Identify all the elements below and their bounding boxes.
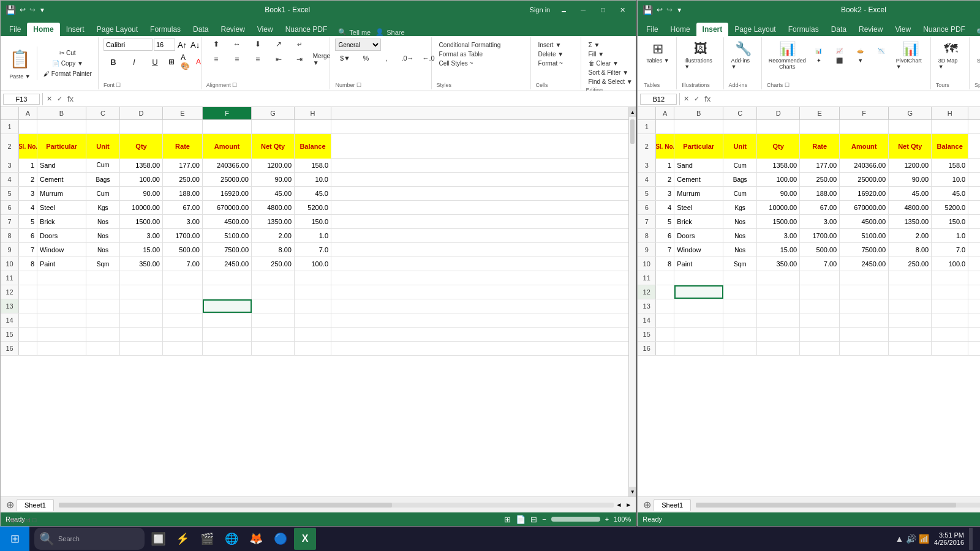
- tab-view-book1[interactable]: View: [251, 23, 279, 36]
- cell-f1-book1[interactable]: [203, 120, 252, 133]
- insert-function-icon[interactable]: fx: [66, 94, 75, 103]
- cell-e5-book1[interactable]: 188.00: [163, 187, 203, 200]
- paste-dropdown-btn[interactable]: Paste ▼: [8, 73, 31, 80]
- illustrations-btn[interactable]: 🖼 Illustrations ▼: [682, 39, 719, 72]
- cell-c6-book1[interactable]: Kgs: [86, 201, 120, 214]
- cell-g8-book1[interactable]: 2.00: [252, 229, 295, 242]
- format-painter-btn[interactable]: 🖌 Format Painter: [41, 69, 94, 78]
- find-select-btn[interactable]: Find & Select ▼: [586, 78, 635, 86]
- cell-b9-book1[interactable]: Window: [37, 243, 86, 257]
- col-header-g-book2[interactable]: G: [889, 107, 932, 119]
- add-sheet-btn-book2[interactable]: ⊕: [640, 498, 654, 512]
- cell-e1-book1[interactable]: [163, 120, 203, 133]
- cell-f9-book1[interactable]: 7500.00: [203, 243, 252, 257]
- bar-chart-btn[interactable]: 📉: [872, 47, 891, 55]
- scroll-left-btn-book1[interactable]: ◄: [614, 501, 624, 508]
- cell-d5-book1[interactable]: 90.00: [120, 187, 163, 200]
- tab-data-book2[interactable]: Data: [825, 23, 853, 36]
- paste-btn[interactable]: 📋: [7, 47, 33, 72]
- cell-f7-book1[interactable]: 4500.00: [203, 215, 252, 228]
- cell-c2-book1[interactable]: Unit: [86, 134, 120, 159]
- font-size-input[interactable]: [154, 39, 175, 51]
- cell-h7-book1[interactable]: 150.0: [295, 215, 331, 228]
- tell-me-book1[interactable]: 🔍Tell me: [338, 28, 371, 36]
- dec-increase-btn[interactable]: .0→: [398, 53, 417, 63]
- cell-a10-book1[interactable]: 8: [19, 257, 37, 271]
- taskbar-search-icon[interactable]: 🔍 Search: [34, 528, 145, 550]
- close-btn[interactable]: ✕: [614, 4, 631, 16]
- undo-icon[interactable]: ↩: [20, 6, 26, 14]
- scroll-track[interactable]: [629, 117, 636, 487]
- area-chart-btn[interactable]: ⬛: [830, 56, 850, 65]
- tab-file-book1[interactable]: File: [3, 23, 27, 36]
- customize-icon[interactable]: ▼: [39, 7, 45, 13]
- tell-me-book2[interactable]: 🔍Tell me: [976, 28, 980, 36]
- underline-btn[interactable]: U: [145, 57, 165, 67]
- tab-insert-book1[interactable]: Insert: [60, 23, 91, 36]
- sheet-tab-1-book1[interactable]: Sheet1: [17, 499, 54, 511]
- tab-pagelayout-book2[interactable]: Page Layout: [728, 23, 782, 36]
- h-scroll-thumb-book1[interactable]: [59, 503, 392, 508]
- cell-g6-book1[interactable]: 4800.00: [252, 201, 295, 214]
- col-header-b-book2[interactable]: B: [674, 107, 723, 119]
- col-header-f-book2[interactable]: F: [840, 107, 889, 119]
- cell-c7-book1[interactable]: Nos: [86, 215, 120, 228]
- cell-c9-book1[interactable]: Nos: [86, 243, 120, 257]
- scatter-chart-btn[interactable]: ✦: [809, 56, 829, 65]
- cell-e10-book1[interactable]: 7.00: [163, 257, 203, 271]
- recommended-charts-btn[interactable]: 📊 RecommendedCharts: [767, 39, 808, 72]
- minimize-btn[interactable]: ─: [575, 4, 592, 16]
- scroll-thumb[interactable]: [630, 119, 635, 144]
- cell-e3-book1[interactable]: 177.00: [163, 159, 203, 172]
- align-left-btn[interactable]: ≡: [206, 54, 226, 65]
- cell-d6-book1[interactable]: 10000.00: [120, 201, 163, 214]
- cell-h10-book1[interactable]: 100.0: [295, 257, 331, 271]
- col-header-f-book1[interactable]: F: [203, 107, 252, 119]
- pie-chart-btn[interactable]: 🥧: [851, 47, 870, 55]
- cell-c5-book1[interactable]: Cum: [86, 187, 120, 200]
- cell-a8-book1[interactable]: 6: [19, 229, 37, 242]
- format-cells-btn[interactable]: Format ~: [536, 59, 567, 67]
- align-center-btn[interactable]: ≡: [227, 54, 247, 65]
- cell-e2-book1[interactable]: Rate: [163, 134, 203, 159]
- cell-f3-book1[interactable]: 240366.00: [203, 159, 252, 172]
- add-sheet-btn-book1[interactable]: ⊕: [3, 498, 17, 512]
- line-chart-btn[interactable]: 📈: [830, 47, 850, 55]
- redo-icon[interactable]: ↪: [29, 6, 36, 14]
- insert-cells-btn[interactable]: Insert ▼: [536, 41, 567, 49]
- cell-b6-book1[interactable]: Steel: [37, 201, 86, 214]
- col-header-h-book1[interactable]: H: [295, 107, 331, 119]
- cell-a9-book1[interactable]: 7: [19, 243, 37, 257]
- ribbon-collapse-btn[interactable]: 🗕: [555, 4, 572, 16]
- 3d-map-btn[interactable]: 🗺 3D Map ▼: [936, 39, 965, 72]
- h-scrollbar-book1[interactable]: [59, 501, 614, 509]
- scroll-down-btn[interactable]: ▼: [629, 487, 636, 497]
- cell-f2-book1[interactable]: Amount: [203, 134, 252, 159]
- merge-btn[interactable]: Merge ▼: [311, 51, 333, 67]
- formula-input-book1[interactable]: [77, 94, 633, 105]
- tab-pagelayout-book1[interactable]: Page Layout: [91, 23, 144, 36]
- cell-e4-book1[interactable]: 250.00: [163, 173, 203, 186]
- cell-d1-book1[interactable]: [120, 120, 163, 133]
- insert-function-icon-book2[interactable]: fx: [703, 94, 712, 103]
- cell-g10-book1[interactable]: 250.00: [252, 257, 295, 271]
- cell-d9-book1[interactable]: 15.00: [120, 243, 163, 257]
- sum-btn[interactable]: Σ ▼: [586, 41, 621, 49]
- sparklines-btn[interactable]: 〰 Sparklines: [974, 39, 980, 66]
- cell-a2-book1[interactable]: Sl. No.: [19, 134, 37, 159]
- cell-c4-book1[interactable]: Bags: [86, 173, 120, 186]
- cell-h1-book1[interactable]: [295, 120, 331, 133]
- tab-view-book2[interactable]: View: [889, 23, 917, 36]
- cell-c1-book1[interactable]: [86, 120, 120, 133]
- cell-name-box-book2[interactable]: [640, 94, 677, 105]
- cell-c3-book1[interactable]: Cum: [86, 159, 120, 172]
- maximize-btn[interactable]: □: [594, 4, 611, 16]
- cell-e9-book1[interactable]: 500.00: [163, 243, 203, 257]
- taskbar-browser-ie-icon[interactable]: 🌐: [221, 528, 243, 550]
- cell-d10-book1[interactable]: 350.00: [120, 257, 163, 271]
- cell-e7-book1[interactable]: 3.00: [163, 215, 203, 228]
- cell-b4-book1[interactable]: Cement: [37, 173, 86, 186]
- addins-btn[interactable]: 🔧 Add-ins ▼: [729, 39, 758, 72]
- confirm-formula-icon-book2[interactable]: ✓: [693, 95, 701, 103]
- taskbar-lightning-icon[interactable]: ⚡: [172, 528, 194, 550]
